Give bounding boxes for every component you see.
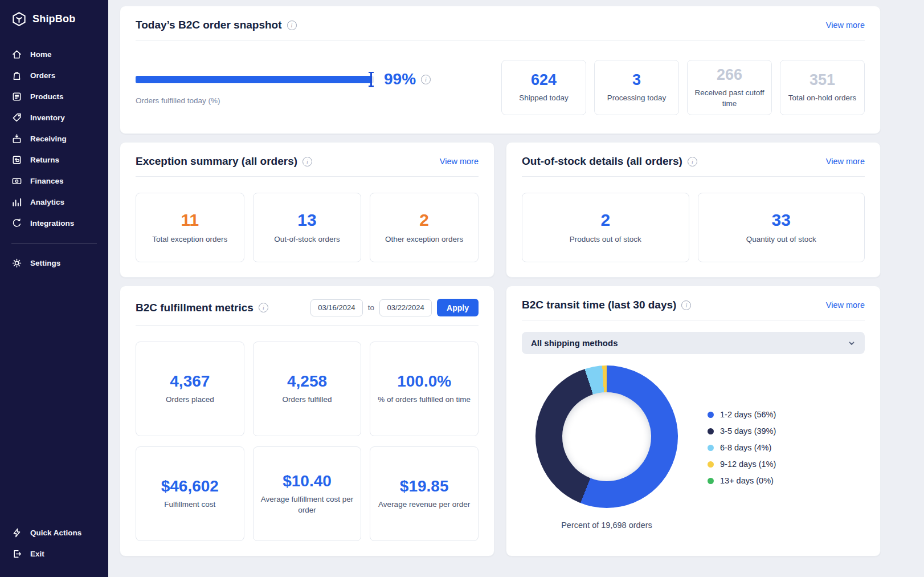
sidebar-footer: Quick Actions Exit (0, 522, 108, 564)
stat-value: 624 (531, 71, 557, 89)
snapshot-stats: 624 Shipped today 3 Processing today 266… (501, 60, 865, 115)
sidebar-item-label: Home (30, 50, 52, 59)
stat-other-exception-orders: 2 Other exception orders (370, 193, 479, 262)
stat-average-fulfillment-cost: $10.40 Average fulfillment cost per orde… (253, 446, 362, 541)
apply-button[interactable]: Apply (437, 299, 479, 316)
stat-value: $10.40 (283, 472, 332, 490)
sidebar-item-inventory[interactable]: Inventory (0, 107, 108, 128)
progress-fill (136, 76, 371, 83)
transit-header: B2C transit time (last 30 days) i View m… (522, 299, 865, 320)
products-icon (11, 91, 22, 102)
legend-item: 6-8 days (4%) (708, 443, 776, 452)
stat-shipped-today: 624 Shipped today (501, 60, 586, 115)
stat-value: 33 (772, 210, 791, 230)
stat-value: 11 (181, 210, 199, 230)
sidebar-item-label: Receiving (30, 135, 67, 143)
date-to-input[interactable] (379, 299, 432, 316)
gear-icon (11, 258, 22, 269)
info-icon[interactable]: i (421, 75, 431, 84)
stat-label: % of orders fulfilled on time (371, 395, 477, 405)
sidebar-item-home[interactable]: Home (0, 44, 108, 65)
lightning-icon (11, 527, 22, 538)
transit-time-card: B2C transit time (last 30 days) i View m… (506, 286, 881, 556)
sidebar-item-label: Integrations (30, 219, 74, 227)
stat-label: Out-of-stock orders (267, 234, 347, 245)
transit-donut (535, 365, 678, 508)
stat-average-revenue: $19.85 Average revenue per order (370, 446, 479, 541)
progress-handle[interactable] (370, 72, 372, 87)
sidebar-item-label: Products (30, 92, 64, 101)
stat-total-on-hold: 351 Total on-hold orders (780, 60, 865, 115)
info-icon[interactable]: i (259, 303, 268, 312)
sidebar-item-label: Inventory (30, 113, 65, 122)
progress-label: Orders fulfilled today (%) (136, 96, 432, 105)
sidebar-item-label: Analytics (30, 198, 64, 206)
legend-item: 13+ days (0%) (708, 476, 776, 485)
fulfillment-header: B2C fulfillment metrics i to Apply (136, 299, 479, 326)
stat-value: 4,367 (170, 372, 210, 391)
sidebar-item-receiving[interactable]: Receiving (0, 128, 108, 149)
out-of-stock-stats: 2 Products out of stock 33 Quantity out … (522, 193, 865, 262)
stat-value: 100.0% (397, 372, 451, 391)
donut-column: Percent of 19,698 orders (535, 365, 678, 530)
sidebar: ShipBob Home Orders Products Inventory R… (0, 0, 108, 577)
brand: ShipBob (0, 11, 108, 27)
main-content: Today’s B2C order snapshot i View more 9… (108, 0, 924, 577)
sidebar-item-quick-actions[interactable]: Quick Actions (0, 522, 108, 543)
stat-value: $46,602 (161, 477, 219, 495)
legend-label: 13+ days (0%) (720, 476, 774, 485)
sidebar-item-integrations[interactable]: Integrations (0, 213, 108, 234)
shipping-methods-dropdown[interactable]: All shipping methods (522, 332, 865, 354)
sidebar-item-label: Finances (30, 177, 64, 185)
sidebar-item-finances[interactable]: Finances (0, 170, 108, 192)
receiving-icon (11, 133, 22, 144)
progress-percent: 99% (384, 70, 416, 88)
info-icon[interactable]: i (302, 157, 312, 166)
chevron-down-icon (848, 339, 856, 347)
middle-row: Exception summary (all orders) i View mo… (120, 142, 881, 278)
exception-summary-card: Exception summary (all orders) i View mo… (120, 142, 494, 278)
info-icon[interactable]: i (681, 300, 691, 310)
fulfillment-metrics-card: B2C fulfillment metrics i to Apply 4,367… (120, 286, 494, 556)
exception-view-more-link[interactable]: View more (440, 157, 479, 166)
date-range-controls: to Apply (310, 299, 479, 316)
sidebar-item-returns[interactable]: Returns (0, 149, 108, 170)
snapshot-view-more-link[interactable]: View more (826, 21, 865, 30)
date-from-input[interactable] (310, 299, 363, 316)
legend-dot (708, 461, 714, 468)
legend-label: 1-2 days (56%) (720, 410, 776, 419)
sidebar-item-settings[interactable]: Settings (0, 253, 108, 274)
stat-label: Total on-hold orders (782, 93, 863, 103)
stat-processing-today: 3 Processing today (594, 60, 679, 115)
info-icon[interactable]: i (287, 21, 297, 30)
legend-dot (708, 428, 714, 434)
orders-icon (11, 70, 22, 81)
sidebar-divider (11, 243, 97, 243)
sidebar-item-label: Exit (30, 550, 44, 558)
bottom-row: B2C fulfillment metrics i to Apply 4,367… (120, 286, 881, 556)
finances-icon (11, 176, 22, 186)
app: ShipBob Home Orders Products Inventory R… (0, 0, 924, 577)
stat-total-exception-orders: 11 Total exception orders (136, 193, 244, 262)
stat-label: Average revenue per order (371, 499, 477, 510)
legend-dot (708, 445, 714, 451)
inventory-icon (11, 112, 22, 123)
sidebar-item-orders[interactable]: Orders (0, 65, 108, 86)
sidebar-item-products[interactable]: Products (0, 86, 108, 107)
stat-value: 2 (419, 210, 429, 230)
stat-value: 13 (297, 210, 316, 230)
transit-view-more-link[interactable]: View more (826, 300, 865, 310)
stat-label: Processing today (600, 93, 673, 103)
fulfillment-progress: 99% i Orders fulfilled today (%) (136, 70, 432, 105)
legend-item: 9-12 days (1%) (708, 460, 776, 469)
fulfillment-stats: 4,367 Orders placed 4,258 Orders fulfill… (136, 342, 479, 541)
out-of-stock-view-more-link[interactable]: View more (826, 157, 865, 166)
sidebar-item-exit[interactable]: Exit (0, 543, 108, 564)
brand-name: ShipBob (32, 13, 75, 25)
info-icon[interactable]: i (688, 157, 697, 166)
legend-label: 6-8 days (4%) (720, 443, 771, 452)
sidebar-item-analytics[interactable]: Analytics (0, 192, 108, 213)
stat-orders-placed: 4,367 Orders placed (136, 342, 244, 436)
analytics-icon (11, 197, 22, 208)
exception-title: Exception summary (all orders) (136, 155, 297, 168)
